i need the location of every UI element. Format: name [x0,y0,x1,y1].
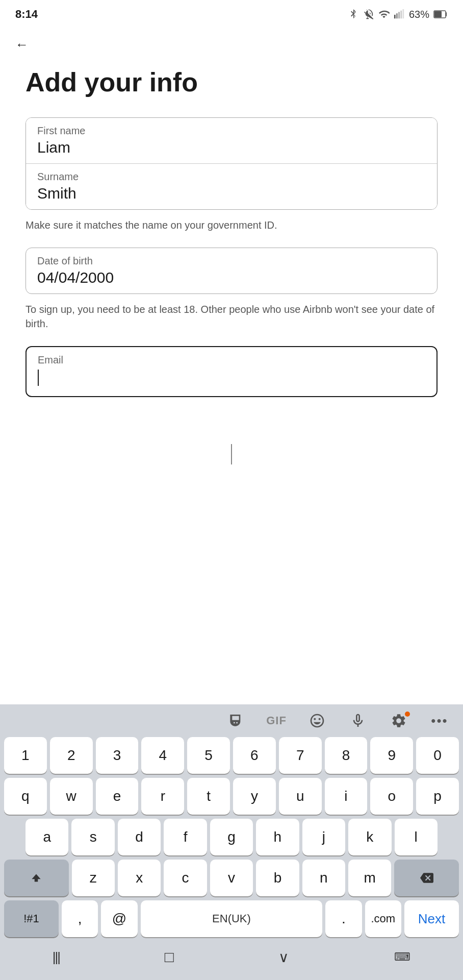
key-3[interactable]: 3 [96,737,139,774]
key-x[interactable]: x [118,860,161,896]
main-content: Add your info First name Liam Surname Sm… [0,58,463,397]
key-e[interactable]: e [96,778,139,815]
first-name-label: First name [37,125,426,137]
first-name-value: Liam [37,139,426,156]
gif-toolbar-icon[interactable]: GIF [263,709,290,732]
key-p[interactable]: p [416,778,459,815]
key-6[interactable]: 6 [233,737,276,774]
backspace-key[interactable] [394,860,459,896]
action-row: !#1,@EN(UK)..comNext [0,898,463,939]
dob-helper-text: To sign up, you need to be at least 18. … [25,302,438,331]
svg-rect-4 [402,9,404,18]
key-i[interactable]: i [325,778,368,815]
key-u[interactable]: u [279,778,322,815]
svg-rect-2 [398,12,400,18]
sticker-toolbar-icon[interactable] [222,709,249,732]
key-4[interactable]: 4 [141,737,184,774]
svg-rect-0 [394,15,396,18]
more-toolbar-icon[interactable]: ••• [426,709,453,732]
key-n[interactable]: n [302,860,345,896]
email-field[interactable]: Email [25,346,438,397]
surname-label: Surname [37,171,426,183]
key-Next[interactable]: Next [404,900,459,937]
more-dots: ••• [431,713,448,729]
asdf-row: asdfghjkl [0,817,463,857]
key-2[interactable]: 2 [50,737,93,774]
nav-bar: ||| □ ∨ ⌨ [0,939,463,980]
nav-home-icon[interactable]: □ [165,948,174,966]
nav-recent-icon[interactable]: ∨ [278,949,289,966]
back-button[interactable]: ← [0,27,463,58]
key-x[interactable]: , [62,900,98,937]
nav-keyboard-icon[interactable]: ⌨ [394,950,410,964]
signal-icon [394,9,405,20]
settings-toolbar-icon[interactable] [385,709,412,732]
email-value [38,368,425,386]
surname-value: Smith [37,185,426,202]
shift-key[interactable] [4,860,69,896]
key-v[interactable]: v [210,860,253,896]
key-c[interactable]: c [164,860,207,896]
key-1[interactable]: 1 [4,737,47,774]
key-f[interactable]: f [164,819,207,855]
status-time: 8:14 [15,8,38,21]
dob-value: 04/04/2000 [37,269,426,286]
key-5[interactable]: 5 [187,737,230,774]
key-0[interactable]: 0 [416,737,459,774]
key-h[interactable]: h [256,819,299,855]
status-icons: 63% [348,9,448,20]
key-x[interactable]: . [325,900,362,937]
key-r[interactable]: r [141,778,184,815]
number-row: 1234567890 [0,735,463,776]
key-d[interactable]: d [118,819,161,855]
key-xcom[interactable]: .com [365,900,401,937]
qwerty-row: qwertyuiop [0,776,463,817]
key-y[interactable]: y [233,778,276,815]
email-label: Email [38,354,425,366]
key-x[interactable]: @ [101,900,137,937]
back-arrow-icon: ← [15,37,29,52]
key-z[interactable]: z [72,860,115,896]
key-a[interactable]: a [25,819,68,855]
emoji-toolbar-icon[interactable] [304,709,330,732]
svg-rect-3 [400,11,402,19]
status-bar: 8:14 63% [0,0,463,27]
wifi-icon [378,9,390,20]
key-xx1[interactable]: !#1 [4,900,59,937]
key-j[interactable]: j [302,819,345,855]
keyboard: GIF ••• 1234567890 qwertyuiop asdfghjkl … [0,704,463,980]
first-name-field[interactable]: First name Liam [26,118,437,163]
key-g[interactable]: g [210,819,253,855]
svg-rect-1 [396,13,398,18]
key-w[interactable]: w [50,778,93,815]
mic-toolbar-icon[interactable] [345,709,371,732]
bluetooth-icon [348,9,359,20]
key-q[interactable]: q [4,778,47,815]
page-title: Add your info [25,68,438,97]
battery-percent: 63% [409,9,429,20]
text-cursor [38,370,39,386]
keyboard-toolbar: GIF ••• [0,704,463,735]
name-group: First name Liam Surname Smith [25,117,438,210]
svg-rect-6 [434,11,442,17]
dob-label: Date of birth [37,255,426,267]
key-l[interactable]: l [395,819,438,855]
key-m[interactable]: m [348,860,391,896]
i-beam-cursor [0,444,463,464]
key-9[interactable]: 9 [370,737,413,774]
key-s[interactable]: s [71,819,114,855]
key-k[interactable]: k [348,819,391,855]
key-7[interactable]: 7 [279,737,322,774]
mute-icon [363,9,374,20]
zxcv-row: zxcvbnm [0,857,463,898]
battery-icon [433,10,448,18]
key-b[interactable]: b [256,860,299,896]
key-ENxUKx[interactable]: EN(UK) [141,900,323,937]
name-helper-text: Make sure it matches the name on your go… [25,218,438,232]
key-t[interactable]: t [187,778,230,815]
key-o[interactable]: o [370,778,413,815]
key-8[interactable]: 8 [325,737,368,774]
surname-field[interactable]: Surname Smith [26,164,437,209]
nav-back-icon[interactable]: ||| [53,949,60,965]
dob-field[interactable]: Date of birth 04/04/2000 [25,248,438,294]
